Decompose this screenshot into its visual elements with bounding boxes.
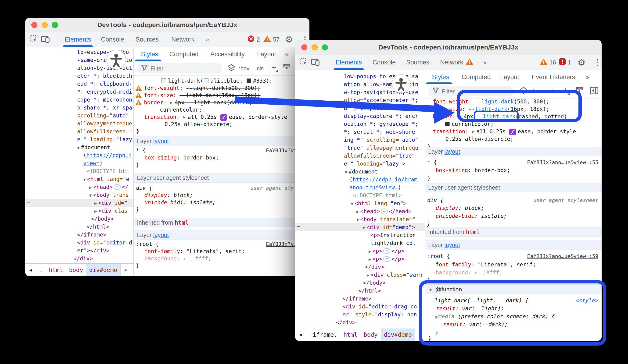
inspect-element-button[interactable] bbox=[299, 58, 308, 67]
css-rule-line[interactable]: 0.25s allow-discrete; bbox=[164, 121, 233, 128]
css-rule-line[interactable]: display: block; bbox=[145, 192, 193, 199]
css-rule-line[interactable]: } bbox=[136, 128, 139, 135]
dom-tree-line[interactable]: <!DOCTYPE htm bbox=[86, 167, 129, 175]
dom-tree-line[interactable]: </div> bbox=[73, 254, 93, 262]
dom-tree-line[interactable]: "true" allowpaymentrequ bbox=[344, 144, 418, 152]
rule-source-link[interactable]: EaYBJJx?ano…ue&view=:55 bbox=[527, 159, 598, 166]
dom-tree-line[interactable]: light/dark col bbox=[370, 239, 416, 247]
tab-sources[interactable]: Sources bbox=[406, 55, 429, 70]
sidebar-tab-event-listeners[interactable]: Event Listeners bbox=[532, 70, 575, 84]
breadcrumb-item-selected[interactable]: div#demo bbox=[86, 264, 120, 276]
window-titlebar[interactable]: DevTools - codepen.io/bramus/pen/EaYBJJx bbox=[295, 40, 602, 55]
dom-tree-line[interactable]: </html> bbox=[358, 287, 381, 295]
css-rule-line[interactable]: currentcolor; bbox=[160, 106, 202, 114]
css-rule-line[interactable]: } bbox=[427, 277, 431, 284]
dom-tree-line[interactable]: b-share *; xr-spa bbox=[77, 104, 132, 112]
dom-tree-line[interactable]: <div id="editor-drag-co bbox=[342, 303, 417, 310]
settings-gear-icon[interactable]: ⚙ bbox=[577, 57, 585, 67]
breadcrumb-item[interactable]: -iframe. bbox=[306, 328, 340, 341]
dom-tree-line[interactable]: ▼#document bbox=[77, 143, 110, 152]
new-style-rule-button[interactable]: +◢ bbox=[563, 88, 570, 95]
dom-tree-line[interactable]: e " loading="lazy"> bbox=[344, 160, 405, 168]
dom-tree-pane[interactable]: to-escape-sandbo-same-origin alloation-b… bbox=[25, 47, 134, 276]
dom-tree-line[interactable]: view=) bbox=[83, 159, 103, 167]
breadcrumb-item[interactable]: body bbox=[66, 264, 86, 276]
styles-filter-input[interactable]: Filter bbox=[137, 63, 223, 73]
rendering-emulation-button[interactable] bbox=[283, 64, 291, 73]
cascade-layers-button[interactable] bbox=[227, 63, 236, 73]
tab-elements[interactable]: Elements bbox=[65, 32, 91, 47]
disclosure-triangle-icon[interactable]: ▶ bbox=[183, 115, 186, 119]
close-button[interactable] bbox=[31, 22, 37, 28]
sidebar-more-tabs-button[interactable]: » bbox=[285, 47, 288, 61]
dom-tree-line[interactable]: *; serial *; web-share bbox=[344, 128, 418, 136]
bezier-curve-icon[interactable] bbox=[220, 114, 227, 121]
more-tabs-button[interactable]: » bbox=[206, 32, 209, 47]
dom-tree-line[interactable]: allow="accelerometer *; bbox=[344, 96, 418, 104]
tab-network[interactable]: Network bbox=[171, 32, 194, 47]
dom-tree-line[interactable]: <!DOCTYPE html> bbox=[353, 191, 402, 199]
css-rule-line[interactable]: background: ▶#fff; bbox=[436, 269, 502, 276]
disclosure-triangle-icon[interactable]: ▶ bbox=[472, 129, 474, 134]
crumb-forward-button[interactable]: ▶ bbox=[120, 264, 131, 276]
dom-tree-line[interactable]: er" style="display: non bbox=[342, 310, 417, 318]
dom-tree-line[interactable]: ▼<div id="demo"> bbox=[363, 223, 415, 232]
device-toolbar-button[interactable] bbox=[41, 35, 50, 44]
dom-tree-line[interactable]: ing *" scrolling="auto" bbox=[344, 136, 418, 144]
crumb-back-button[interactable]: ◀ bbox=[295, 328, 306, 341]
styles-pane[interactable]: light-dark(aliceblue, #333);font-weight:… bbox=[134, 47, 310, 276]
disclosure-triangle-icon[interactable]: ▶ bbox=[475, 270, 477, 275]
inspect-element-button[interactable] bbox=[29, 35, 38, 44]
css-rule-line[interactable]: :root { bbox=[136, 241, 159, 248]
styles-filter-input[interactable]: Filter bbox=[428, 86, 514, 96]
sidebar-tab-layout[interactable]: Layout bbox=[500, 70, 519, 84]
console-warning-badge[interactable]: 57 bbox=[263, 35, 280, 44]
toggle-element-state-button[interactable]: :hov bbox=[239, 65, 249, 72]
sidebar-tab-accessibility[interactable]: Accessibility bbox=[210, 47, 245, 61]
console-error-badge[interactable]: 2 bbox=[247, 35, 260, 44]
dom-tree-line[interactable]: </iframe> bbox=[77, 231, 106, 239]
css-rule-line[interactable]: font-family: "Literata", serif; bbox=[145, 248, 245, 255]
dom-tree-line[interactable]: ▶<head>⋯</ bbox=[89, 183, 128, 191]
disclosure-triangle-icon[interactable]: ▶ bbox=[184, 256, 186, 261]
css-rule-line[interactable]: light-dark(aliceblue, #333); bbox=[161, 77, 273, 84]
breadcrumb-item[interactable]: . bbox=[36, 264, 46, 276]
dom-tree-line[interactable]: ▼<body translate=" bbox=[356, 215, 415, 224]
dock-sidebar-button[interactable] bbox=[590, 87, 598, 96]
css-rule-line[interactable]: transition: ▶all 0.25s ease, border-styl… bbox=[433, 128, 576, 135]
disclosure-triangle-icon[interactable]: ▶ bbox=[459, 115, 462, 119]
dom-tree-line[interactable]: <div id="editor-d bbox=[77, 239, 132, 246]
breadcrumb-item-selected[interactable]: div#demo bbox=[381, 328, 415, 341]
device-toolbar-button[interactable] bbox=[311, 58, 320, 67]
css-rule-line[interactable]: 0.25s allow-discrete; bbox=[446, 135, 513, 143]
css-rule-line[interactable]: font-weight: --light-dark(500, 300); bbox=[433, 98, 550, 105]
css-rule-line[interactable]: border: ▶4px --light-dark(dashed, dotted… bbox=[135, 99, 278, 108]
css-rule-line[interactable]: } bbox=[435, 329, 438, 336]
dom-tree-line[interactable]: </iframe> bbox=[342, 295, 372, 303]
dom-tree-line[interactable]: </div> bbox=[365, 263, 384, 271]
css-rule-line[interactable]: result: var(--light); bbox=[436, 305, 504, 312]
minimize-button[interactable] bbox=[312, 44, 318, 51]
dom-tree-line[interactable]: ead *; clipboard- bbox=[77, 80, 132, 88]
breadcrumb-item[interactable]: html bbox=[340, 328, 360, 341]
console-warning-badge[interactable]: 16 bbox=[540, 58, 556, 66]
close-button[interactable] bbox=[301, 44, 307, 51]
css-rule-line[interactable]: font-size: --light-dark(16px, 18px); bbox=[433, 106, 550, 113]
tab-console[interactable]: Console bbox=[101, 32, 124, 47]
dom-tree-line[interactable]: eter *; bluetooth bbox=[77, 72, 132, 80]
rendering-emulation-button[interactable] bbox=[575, 87, 583, 96]
css-rule-line[interactable]: div { bbox=[427, 197, 443, 204]
dom-tree-line[interactable]: display-capture *; encr bbox=[344, 112, 418, 120]
dom-tree-line[interactable]: (https://cdpn.io/bram bbox=[349, 176, 417, 183]
toggle-element-state-button[interactable]: :hov bbox=[532, 88, 542, 95]
bezier-curve-icon[interactable] bbox=[509, 129, 516, 135]
tab-network[interactable]: Network bbox=[440, 55, 473, 70]
element-classes-button[interactable]: .cls bbox=[255, 65, 264, 72]
dom-tree-line[interactable]: e " loading="lazy bbox=[77, 135, 132, 143]
dom-tree-line[interactable]: ▶<p>⋯</p> bbox=[369, 247, 404, 255]
zoom-button[interactable] bbox=[52, 22, 58, 28]
css-rule-line[interactable]: font-family: "Literata", serif; bbox=[436, 261, 536, 268]
element-classes-button[interactable]: .cls bbox=[548, 88, 556, 95]
css-rule-line[interactable]: :root { bbox=[427, 253, 450, 260]
zoom-button[interactable] bbox=[322, 44, 328, 51]
